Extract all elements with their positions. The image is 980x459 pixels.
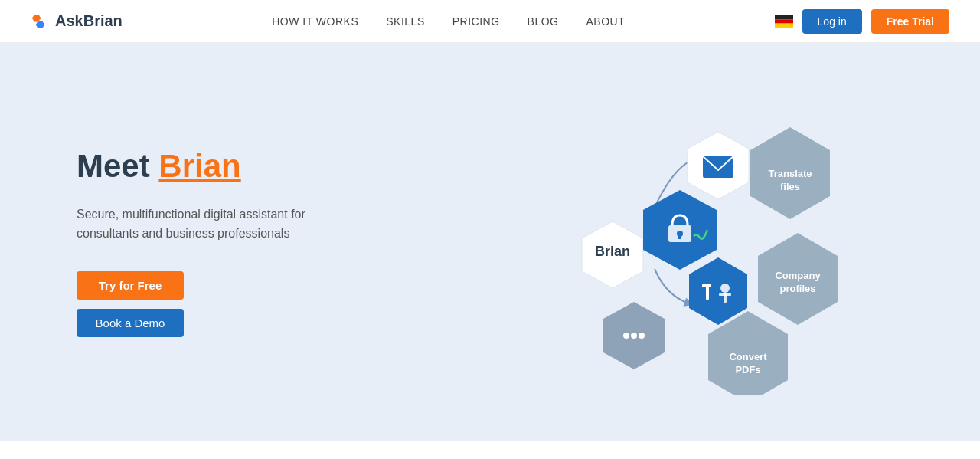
login-button[interactable]: Log in xyxy=(802,9,862,34)
nav-item-skills[interactable]: SKILLS xyxy=(386,15,424,28)
hero-left: Meet Brian Secure, multifunctional digit… xyxy=(77,147,368,337)
hero-title-highlight: Brian xyxy=(158,148,240,184)
svg-text:Convert: Convert xyxy=(729,351,767,362)
logo-icon xyxy=(31,13,47,30)
svg-point-21 xyxy=(631,333,637,339)
svg-marker-0 xyxy=(32,14,41,21)
svg-point-22 xyxy=(639,333,645,339)
navbar-nav: HOW IT WORKS SKILLS PRICING BLOG ABOUT xyxy=(272,15,625,28)
svg-rect-5 xyxy=(775,23,793,27)
book-demo-button[interactable]: Book a Demo xyxy=(77,309,184,337)
svg-rect-18 xyxy=(724,293,727,303)
svg-text:files: files xyxy=(780,181,800,192)
hero-title: Meet Brian xyxy=(77,147,368,185)
bottom-section: – Because your time is precious – Get su… xyxy=(0,441,980,459)
hero-buttons: Try for Free Book a Demo xyxy=(77,271,368,337)
svg-marker-1 xyxy=(36,21,44,28)
svg-rect-15 xyxy=(706,284,709,300)
hero-subtitle: Secure, multifunctional digital assistan… xyxy=(77,205,368,244)
navbar: AskBrian HOW IT WORKS SKILLS PRICING BLO… xyxy=(0,0,980,43)
logo-text: AskBrian xyxy=(55,12,122,30)
hero-diagram: Brian xyxy=(490,89,919,395)
try-for-free-button[interactable]: Try for Free xyxy=(77,271,184,300)
free-trial-button[interactable]: Free Trial xyxy=(871,9,949,34)
svg-text:Translate: Translate xyxy=(768,168,812,179)
logo: AskBrian xyxy=(31,12,122,30)
german-flag-icon xyxy=(775,15,793,28)
nav-item-pricing[interactable]: PRICING xyxy=(452,15,500,28)
svg-rect-3 xyxy=(775,15,793,19)
nav-item-how-it-works[interactable]: HOW IT WORKS xyxy=(272,15,358,28)
svg-text:PDFs: PDFs xyxy=(735,364,760,375)
svg-point-20 xyxy=(623,333,629,339)
svg-text:Company: Company xyxy=(775,270,821,281)
brian-label: Brian xyxy=(595,244,630,259)
hero-title-prefix: Meet xyxy=(77,148,158,184)
nav-item-about[interactable]: ABOUT xyxy=(586,15,625,28)
hero-section: Meet Brian Secure, multifunctional digit… xyxy=(0,43,980,441)
svg-rect-4 xyxy=(775,19,793,23)
svg-rect-10 xyxy=(678,234,681,239)
svg-point-16 xyxy=(720,284,730,293)
diagram-svg: Brian xyxy=(490,89,919,395)
nav-item-blog[interactable]: BLOG xyxy=(528,15,559,28)
svg-text:profiles: profiles xyxy=(780,283,816,294)
navbar-right: Log in Free Trial xyxy=(775,9,949,34)
svg-marker-13 xyxy=(689,257,747,325)
